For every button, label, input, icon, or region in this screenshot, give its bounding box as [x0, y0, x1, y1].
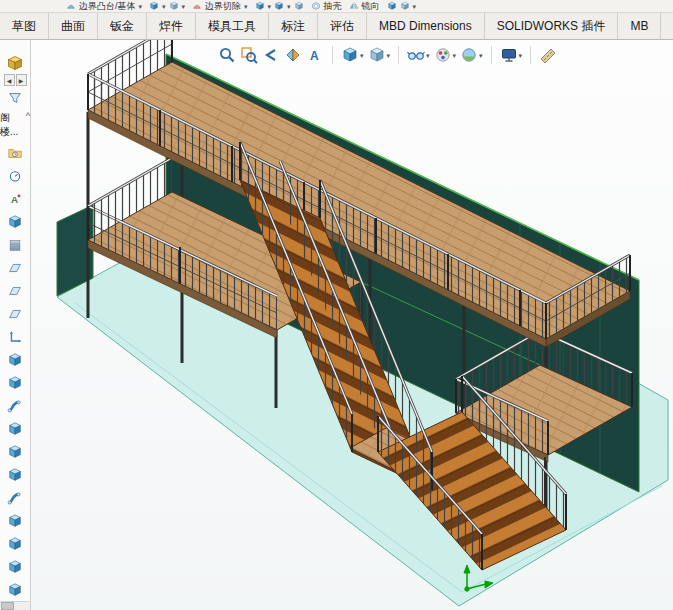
- toolbar-separator: [398, 46, 399, 64]
- tab-sketch[interactable]: 草图: [0, 13, 49, 39]
- revolve-icon: [149, 1, 159, 11]
- monitor-icon: [500, 46, 518, 64]
- mirror-button[interactable]: 镜向: [349, 0, 380, 13]
- origin-icon: [7, 329, 23, 345]
- tree-item-feature-8[interactable]: [1, 509, 29, 532]
- chevron-down-icon[interactable]: ▾: [139, 3, 143, 10]
- graphics-area[interactable]: ▾ ▾ ▾ ▾ ▾ ▾: [31, 40, 673, 610]
- tab-mbd[interactable]: MB: [618, 13, 661, 39]
- tree-item-material[interactable]: [1, 233, 29, 256]
- tree-item-right-plane[interactable]: [1, 302, 29, 325]
- shell-button[interactable]: 抽壳: [311, 0, 342, 13]
- sweep-icon: [7, 398, 23, 414]
- tree-item-feature-6[interactable]: [1, 463, 29, 486]
- view-settings-button[interactable]: ▾: [499, 45, 524, 65]
- tab-surfaces[interactable]: 曲面: [49, 13, 98, 39]
- chevron-down-icon[interactable]: ▾: [519, 52, 523, 59]
- previous-view-icon: [262, 46, 280, 64]
- tree-item-feature-9[interactable]: [1, 532, 29, 555]
- shell-label: 抽壳: [324, 0, 342, 13]
- scrollbar-thumb[interactable]: [1, 602, 14, 610]
- chevron-down-icon[interactable]: ▾: [360, 52, 364, 59]
- plane-icon: [7, 260, 23, 276]
- previous-view-button[interactable]: [261, 45, 281, 65]
- tree-item-feature-3[interactable]: [1, 394, 29, 417]
- tree-item-sensors[interactable]: [1, 164, 29, 187]
- ribbon-icon-group-2[interactable]: ▾ ▾: [255, 1, 304, 11]
- boundary-boss-button[interactable]: 边界凸台/基体 ▾: [66, 0, 142, 13]
- part-icon: [6, 54, 24, 72]
- tab-annotation[interactable]: 标注: [269, 13, 318, 39]
- ribbon-icon-group-3[interactable]: ▾: [387, 1, 417, 11]
- part-name-label: 阁楼...: [0, 111, 25, 139]
- tree-item-feature-5[interactable]: [1, 440, 29, 463]
- heads-up-view-toolbar: ▾ ▾ ▾ ▾ ▾ ▾: [217, 45, 558, 65]
- chevron-down-icon[interactable]: ▾: [162, 3, 166, 10]
- tree-item-origin[interactable]: [1, 325, 29, 348]
- tab-weldments[interactable]: 焊件: [147, 13, 196, 39]
- annotations-icon: [7, 191, 23, 207]
- chevron-down-icon[interactable]: ▾: [244, 3, 248, 10]
- tree-item-feature-11[interactable]: [1, 578, 29, 601]
- tree-item-feature-10[interactable]: [1, 555, 29, 578]
- display-style-button[interactable]: ▾: [367, 45, 392, 65]
- tab-solidworks-addins[interactable]: SOLIDWORKS 插件: [485, 13, 619, 39]
- tree-item-top-plane[interactable]: [1, 279, 29, 302]
- edit-appearance-button[interactable]: ▾: [433, 45, 458, 65]
- zoom-to-area-icon: [240, 46, 258, 64]
- tree-item-solid-bodies[interactable]: [1, 210, 29, 233]
- dynamic-annotation-button[interactable]: [305, 45, 325, 65]
- plane-icon: [7, 306, 23, 322]
- panel-back-button[interactable]: ◀: [4, 74, 15, 86]
- panel-horizontal-scrollbar[interactable]: [0, 601, 30, 610]
- tree-item-feature-2[interactable]: [1, 371, 29, 394]
- tab-mbd-dimensions[interactable]: MBD Dimensions: [367, 13, 485, 39]
- view-orientation-button[interactable]: ▾: [340, 45, 365, 65]
- chevron-down-icon[interactable]: ▾: [426, 52, 430, 59]
- tree-item-annotations[interactable]: [1, 187, 29, 210]
- tree-item-history[interactable]: [1, 141, 29, 164]
- annotation-views-icon: [306, 46, 324, 64]
- tab-evaluate[interactable]: 评估: [318, 13, 367, 39]
- boundary-cut-label: 边界切除: [205, 0, 241, 13]
- panel-forward-button[interactable]: ▶: [16, 74, 27, 86]
- scene-icon: [460, 46, 478, 64]
- mirror-label: 镜向: [362, 0, 380, 13]
- chevron-down-icon[interactable]: ▾: [453, 52, 457, 59]
- boss-extrude-icon: [7, 375, 23, 391]
- boss-extrude-icon: [7, 513, 23, 529]
- chevron-down-icon[interactable]: ▾: [387, 52, 391, 59]
- tree-item-feature-1[interactable]: [1, 348, 29, 371]
- appearance-ball-icon: [434, 46, 452, 64]
- history-folder-icon: [7, 145, 23, 161]
- tab-mold-tools[interactable]: 模具工具: [196, 13, 269, 39]
- chevron-down-icon[interactable]: ▾: [182, 3, 186, 10]
- part-name-node[interactable]: 阁楼... ^: [0, 111, 30, 139]
- chevron-down-icon[interactable]: ▾: [287, 3, 291, 10]
- boundary-cut-button[interactable]: 边界切除 ▾: [192, 0, 248, 13]
- tab-sheet-metal[interactable]: 钣金: [98, 13, 147, 39]
- tree-item-feature-7[interactable]: [1, 486, 29, 509]
- zoom-to-area-button[interactable]: [239, 45, 259, 65]
- chevron-down-icon[interactable]: ▾: [479, 52, 483, 59]
- chevron-down-icon[interactable]: ▾: [413, 3, 417, 10]
- tree-item-front-plane[interactable]: [1, 256, 29, 279]
- filter-icon: [7, 90, 23, 106]
- section-view-icon: [284, 46, 302, 64]
- boss-extrude-icon: [7, 444, 23, 460]
- apply-scene-button[interactable]: ▾: [459, 45, 484, 65]
- boss-extrude-icon: [7, 467, 23, 483]
- tree-filter-button[interactable]: [7, 90, 23, 108]
- zoom-to-fit-button[interactable]: [217, 45, 237, 65]
- chevron-down-icon[interactable]: ▾: [268, 3, 272, 10]
- solidworks-window: 边界凸台/基体 ▾ ▾ ▾ 边界切除 ▾ ▾ ▾ 抽壳 镜向: [0, 0, 673, 610]
- hide-show-items-button[interactable]: ▾: [406, 45, 431, 65]
- fillet-icon: [255, 1, 265, 11]
- tree-item-feature-4[interactable]: [1, 417, 29, 440]
- section-view-button[interactable]: [283, 45, 303, 65]
- measure-button[interactable]: [538, 45, 558, 65]
- collapse-arrow-icon[interactable]: ^: [26, 111, 30, 121]
- ribbon-icon-group-1[interactable]: ▾ ▾: [149, 1, 185, 11]
- mirror-icon: [349, 1, 359, 11]
- model-3d-view[interactable]: [31, 40, 673, 610]
